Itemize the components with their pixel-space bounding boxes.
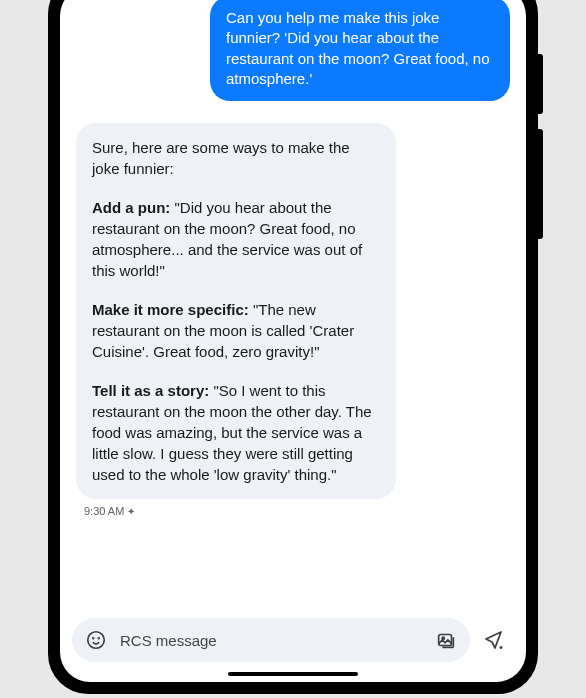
- gallery-icon[interactable]: [432, 626, 460, 654]
- message-section: Make it more specific: "The new restaura…: [92, 299, 380, 362]
- side-button: [538, 129, 543, 239]
- section-title: Make it more specific:: [92, 301, 249, 318]
- screen: Can you help me make this joke funnier? …: [60, 0, 526, 682]
- side-button: [538, 54, 543, 114]
- section-title: Add a pun:: [92, 199, 170, 216]
- timestamp-text: 9:30 AM: [84, 505, 124, 517]
- emoji-icon[interactable]: [82, 626, 110, 654]
- sparkle-icon: ✦: [127, 506, 135, 517]
- message-text: Can you help me make this joke funnier? …: [226, 9, 490, 87]
- message-section: Add a pun: "Did you hear about the resta…: [92, 197, 380, 281]
- svg-point-1: [93, 638, 94, 639]
- home-indicator[interactable]: [228, 672, 358, 676]
- incoming-message[interactable]: Sure, here are some ways to make the jok…: [76, 123, 396, 499]
- composer: RCS message: [60, 608, 526, 670]
- message-timestamp: 9:30 AM ✦: [84, 505, 512, 517]
- composer-placeholder[interactable]: RCS message: [120, 632, 422, 649]
- section-title: Tell it as a story:: [92, 382, 209, 399]
- phone-frame: Can you help me make this joke funnier? …: [48, 0, 538, 694]
- svg-point-2: [98, 638, 99, 639]
- svg-point-0: [88, 632, 105, 649]
- chat-area: Can you help me make this joke funnier? …: [60, 0, 526, 608]
- svg-point-4: [442, 637, 444, 639]
- send-button[interactable]: [474, 620, 514, 660]
- outgoing-message[interactable]: Can you help me make this joke funnier? …: [210, 0, 510, 101]
- composer-input-wrap[interactable]: RCS message: [72, 618, 470, 662]
- message-intro: Sure, here are some ways to make the jok…: [92, 137, 380, 179]
- message-section: Tell it as a story: "So I went to this r…: [92, 380, 380, 485]
